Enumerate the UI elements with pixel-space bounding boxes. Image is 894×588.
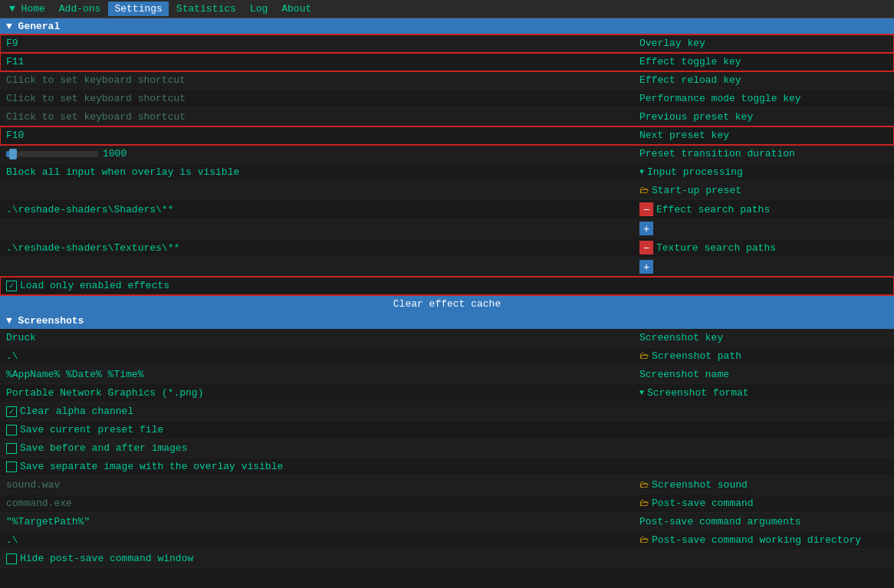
hide-postsave-right	[633, 557, 894, 561]
texture-search-plus-left	[0, 264, 633, 269]
screenshot-format-value[interactable]: Portable Network Graphics (*.png)	[0, 385, 633, 401]
effect-toggle-key-label: Effect toggle key	[633, 54, 894, 70]
save-separate-image-checkbox-box[interactable]	[6, 462, 17, 472]
screenshot-key-row: Druck Screenshot key	[0, 329, 894, 347]
effect-toggle-key-row: F11 Effect toggle key	[0, 53, 894, 71]
screenshot-path-label: 🗁 Screenshot path	[633, 348, 894, 364]
preset-transition-label: Preset transition duration	[633, 146, 894, 162]
input-processing-row: Block all input when overlay is visible …	[0, 163, 894, 182]
clear-cache-row[interactable]: Clear effect cache	[0, 295, 894, 313]
load-effects-checkbox[interactable]: Load only enabled effects	[6, 280, 169, 291]
screenshot-key-value[interactable]: Druck	[0, 330, 633, 346]
effect-search-paths-value: .\reshade-shaders\Shaders\**	[0, 202, 633, 218]
screenshots-arrow-icon: ▼ Screenshots	[6, 315, 84, 327]
clear-alpha-checkbox[interactable]: Clear alpha channel	[6, 406, 133, 417]
screenshot-path-row: .\ 🗁 Screenshot path	[0, 347, 894, 366]
overlay-key-label: Overlay key	[633, 35, 894, 51]
general-section-header[interactable]: ▼ General	[0, 18, 894, 34]
effect-search-plus-button[interactable]: +	[639, 222, 653, 235]
save-separate-image-left[interactable]: Save separate image with the overlay vis…	[0, 458, 633, 475]
hide-postsave-row: Hide post-save command window	[0, 550, 894, 568]
screenshot-sound-value[interactable]: sound.wav	[0, 477, 633, 493]
clear-cache-button[interactable]: Clear effect cache	[393, 298, 501, 310]
menu-home[interactable]: ▼ Home	[3, 2, 51, 16]
perf-mode-key-label: Performance mode toggle key	[633, 90, 894, 107]
slider-value: 1000	[103, 148, 127, 159]
load-effects-left[interactable]: Load only enabled effects	[0, 278, 633, 294]
postsave-command-folder-icon: 🗁	[639, 498, 649, 509]
screenshots-section-header[interactable]: ▼ Screenshots	[0, 313, 894, 329]
save-preset-label: Save current preset file	[20, 424, 163, 435]
effect-reload-key-value[interactable]: Click to set keyboard shortcut	[0, 72, 633, 88]
postsave-command-row: command.exe 🗁 Post-save command	[0, 494, 894, 513]
menu-log[interactable]: Log	[244, 2, 274, 16]
screenshot-sound-folder-icon: 🗁	[639, 479, 649, 491]
screenshot-name-value[interactable]: %AppName% %Date% %Time%	[0, 366, 633, 383]
postsave-args-row: "%TargetPath%" Post-save command argumen…	[0, 513, 894, 531]
load-effects-right	[633, 284, 894, 288]
effect-toggle-key-value[interactable]: F11	[0, 54, 633, 70]
hide-postsave-checkbox-box[interactable]	[6, 554, 17, 564]
menu-bar: ▼ Home Add-ons Settings Statistics Log A…	[0, 0, 894, 18]
save-separate-image-right	[633, 465, 894, 469]
save-before-after-left[interactable]: Save before and after images	[0, 440, 633, 456]
save-preset-checkbox[interactable]: Save current preset file	[6, 424, 163, 435]
save-preset-checkbox-box[interactable]	[6, 425, 17, 435]
slider-thumb[interactable]	[9, 149, 17, 159]
postsave-command-value[interactable]: command.exe	[0, 495, 633, 511]
clear-alpha-checkbox-box[interactable]	[6, 406, 17, 417]
effect-search-paths-row: .\reshade-shaders\Shaders\** − Effect se…	[0, 200, 894, 219]
clear-alpha-label: Clear alpha channel	[20, 406, 133, 417]
postsave-workdir-label: 🗁 Post-save command working directory	[633, 532, 894, 548]
screenshot-format-dropdown-icon: ▼	[639, 389, 644, 397]
screenshot-name-label: Screenshot name	[633, 366, 894, 383]
postsave-workdir-value[interactable]: .\	[0, 532, 633, 548]
save-before-after-checkbox[interactable]: Save before and after images	[6, 442, 187, 454]
prev-preset-key-label: Previous preset key	[633, 109, 894, 125]
next-preset-key-row: F10 Next preset key	[0, 126, 894, 145]
screenshot-path-folder-icon: 🗁	[639, 350, 649, 362]
save-preset-left[interactable]: Save current preset file	[0, 422, 633, 438]
startup-preset-value[interactable]	[0, 189, 633, 193]
clear-alpha-left[interactable]: Clear alpha channel	[0, 403, 633, 419]
screenshot-format-row: Portable Network Graphics (*.png) ▼ Scre…	[0, 384, 894, 402]
prev-preset-key-value[interactable]: Click to set keyboard shortcut	[0, 109, 633, 125]
perf-mode-key-value[interactable]: Click to set keyboard shortcut	[0, 90, 633, 107]
input-processing-value: Block all input when overlay is visible	[0, 164, 633, 180]
clear-alpha-row: Clear alpha channel	[0, 402, 894, 421]
hide-postsave-left[interactable]: Hide post-save command window	[0, 550, 633, 567]
save-separate-image-checkbox[interactable]: Save separate image with the overlay vis…	[6, 461, 283, 472]
effect-search-plus-container: +	[633, 219, 894, 238]
save-before-after-label: Save before and after images	[20, 442, 187, 454]
hide-postsave-checkbox[interactable]: Hide post-save command window	[6, 553, 193, 564]
effect-reload-key-label: Effect reload key	[633, 72, 894, 88]
slider-track[interactable]	[6, 151, 98, 157]
preset-transition-slider-container[interactable]: 1000	[0, 146, 633, 162]
postsave-command-label: 🗁 Post-save command	[633, 495, 894, 511]
dropdown-icon: ▼	[639, 168, 644, 176]
next-preset-key-label: Next preset key	[633, 127, 894, 143]
effect-search-plus-row: +	[0, 219, 894, 238]
overlay-key-value[interactable]: F9	[0, 35, 633, 51]
postsave-args-value[interactable]: "%TargetPath%"	[0, 514, 633, 530]
texture-search-plus-container: +	[633, 258, 894, 276]
menu-about[interactable]: About	[275, 2, 317, 16]
menu-settings[interactable]: Settings	[108, 2, 168, 16]
save-before-after-right	[633, 446, 894, 451]
save-preset-row: Save current preset file	[0, 421, 894, 439]
clear-alpha-right	[633, 409, 894, 414]
screenshot-name-row: %AppName% %Date% %Time% Screenshot name	[0, 366, 894, 384]
overlay-key-row: F9 Overlay key	[0, 34, 894, 53]
screenshot-path-value[interactable]: .\	[0, 348, 633, 364]
texture-search-plus-button[interactable]: +	[639, 260, 653, 274]
save-before-after-checkbox-box[interactable]	[6, 443, 17, 454]
texture-search-minus-button[interactable]: −	[639, 241, 653, 255]
menu-statistics[interactable]: Statistics	[170, 2, 242, 16]
texture-search-paths-row: .\reshade-shaders\Textures\** − Texture …	[0, 238, 894, 258]
menu-addons[interactable]: Add-ons	[53, 2, 107, 16]
next-preset-key-value[interactable]: F10	[0, 127, 633, 143]
screenshot-sound-label: 🗁 Screenshot sound	[633, 477, 894, 493]
load-effects-checkbox-box[interactable]	[6, 281, 17, 291]
effect-reload-key-row: Click to set keyboard shortcut Effect re…	[0, 71, 894, 90]
effect-search-minus-button[interactable]: −	[639, 202, 653, 216]
